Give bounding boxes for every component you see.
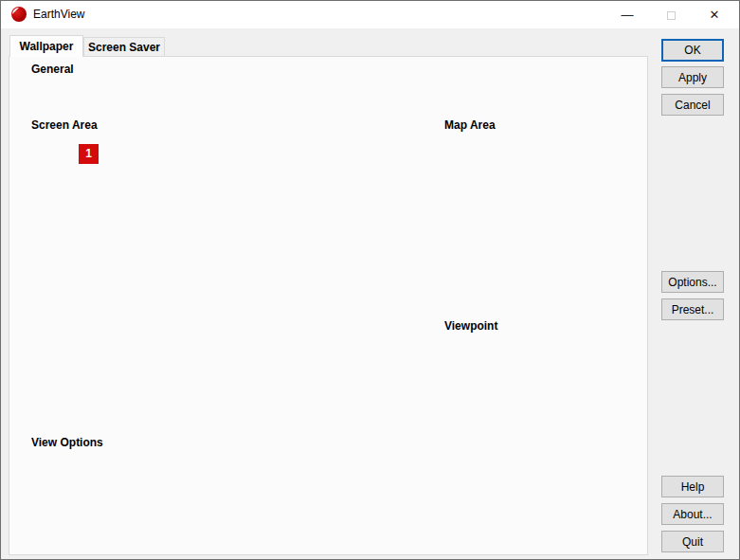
about-button[interactable]: About... xyxy=(661,503,724,525)
preset-button[interactable]: Preset... xyxy=(661,298,724,320)
tab-wallpaper[interactable]: Wallpaper xyxy=(9,35,83,57)
options-button[interactable]: Options... xyxy=(661,271,724,293)
general-group-title: General xyxy=(27,63,78,76)
earthview-app-icon xyxy=(11,7,27,22)
screen-area-group-title: Screen Area xyxy=(27,118,101,132)
view-options-group-title: View Options xyxy=(27,436,107,449)
maximize-icon xyxy=(649,1,693,28)
wallpaper-tab-page xyxy=(9,56,648,555)
close-icon[interactable]: ✕ xyxy=(693,1,736,28)
ok-button[interactable]: OK xyxy=(661,39,724,62)
viewpoint-group-title: Viewpoint xyxy=(441,319,501,333)
quit-button[interactable]: Quit xyxy=(661,531,724,552)
apply-button[interactable]: Apply xyxy=(661,66,724,88)
earthview-window: EarthView — ✕ Wallpaper Screen Saver OK … xyxy=(0,0,740,560)
window-title: EarthView xyxy=(33,1,84,28)
title-bar[interactable]: EarthView — ✕ xyxy=(1,1,739,28)
cancel-button[interactable]: Cancel xyxy=(661,94,724,116)
tab-screen-saver[interactable]: Screen Saver xyxy=(83,37,165,57)
map-area-group-title: Map Area xyxy=(441,118,499,132)
view-number-badge: 1 xyxy=(79,144,99,164)
minimize-icon[interactable]: — xyxy=(605,1,649,28)
help-button[interactable]: Help xyxy=(661,476,724,497)
